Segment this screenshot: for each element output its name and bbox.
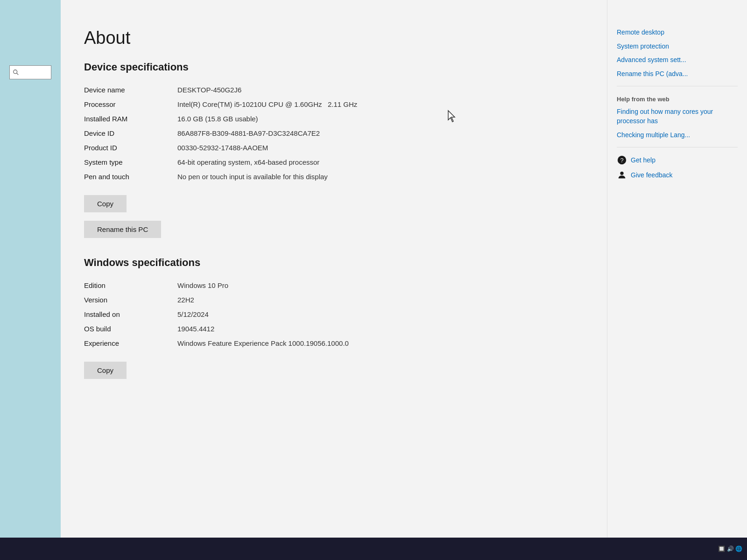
sidebar [0, 0, 61, 560]
search-box[interactable] [9, 65, 51, 79]
spec-value: 64-bit operating system, x64-based proce… [177, 155, 504, 169]
copy-device-specs-button[interactable]: Copy [84, 195, 127, 212]
spec-label: Installed RAM [84, 112, 177, 126]
spec-value: Windows 10 Pro [177, 278, 504, 293]
spec-label: OS build [84, 322, 177, 336]
spec-label: Device ID [84, 126, 177, 140]
spec-label: Installed on [84, 307, 177, 322]
main-content: About Device specifications Device name … [61, 0, 607, 560]
remote-desktop-link[interactable]: Remote desktop [617, 28, 738, 37]
get-help-icon: ? [617, 155, 627, 165]
checking-lang-link[interactable]: Checking multiple Lang... [617, 131, 738, 140]
right-divider-1 [617, 86, 738, 86]
svg-point-0 [14, 70, 17, 74]
advanced-system-link[interactable]: Advanced system sett... [617, 56, 738, 65]
help-web-title: Help from the web [617, 96, 738, 103]
right-panel: Remote desktop System protection Advance… [607, 0, 747, 560]
give-feedback-icon [617, 170, 627, 180]
taskbar-icons: 🔲 🔊 🌐 [718, 546, 742, 552]
svg-point-5 [620, 172, 623, 175]
spec-label: Device name [84, 83, 177, 97]
spec-value: 22H2 [177, 293, 504, 307]
right-divider-2 [617, 147, 738, 147]
taskbar: 🔲 🔊 🌐 [0, 538, 747, 560]
table-row: Edition Windows 10 Pro [84, 278, 504, 293]
spec-value: 00330-52932-17488-AAOEM [177, 140, 504, 155]
spec-value: DESKTOP-450G2J6 [177, 83, 504, 97]
taskbar-right: 🔲 🔊 🌐 [718, 546, 742, 552]
spec-label: Edition [84, 278, 177, 293]
table-row: Version 22H2 [84, 293, 504, 307]
help-web-section: Help from the web Finding out how many c… [617, 96, 738, 140]
spec-value: 5/12/2024 [177, 307, 504, 322]
spec-value: Windows Feature Experience Pack 1000.190… [177, 336, 504, 350]
table-row: Installed on 5/12/2024 [84, 307, 504, 322]
table-row: Product ID 00330-52932-17488-AAOEM [84, 140, 504, 155]
table-row: Processor Intel(R) Core(TM) i5-10210U CP… [84, 97, 504, 112]
spec-label: Product ID [84, 140, 177, 155]
copy-windows-specs-button[interactable]: Copy [84, 362, 127, 379]
rename-pc-button[interactable]: Rename this PC [84, 221, 161, 238]
table-row: Pen and touch No pen or touch input is a… [84, 169, 504, 184]
table-row: Device name DESKTOP-450G2J6 [84, 83, 504, 97]
page-title: About [84, 28, 584, 48]
get-help-row[interactable]: ? Get help [617, 155, 738, 165]
spec-value: 16.0 GB (15.8 GB usable) [177, 112, 504, 126]
spec-label: System type [84, 155, 177, 169]
device-specs-table: Device name DESKTOP-450G2J6 Processor In… [84, 83, 504, 184]
svg-line-1 [17, 73, 19, 75]
finding-out-link[interactable]: Finding out how many cores yourprocessor… [617, 107, 738, 126]
spec-label: Version [84, 293, 177, 307]
device-specs-title: Device specifications [84, 61, 584, 73]
spec-value: 19045.4412 [177, 322, 504, 336]
rename-pc-advanced-link[interactable]: Rename this PC (adva... [617, 70, 738, 79]
spec-label: Processor [84, 97, 177, 112]
spec-label: Experience [84, 336, 177, 350]
windows-specs-title: Windows specifications [84, 257, 584, 269]
give-feedback-row[interactable]: Give feedback [617, 170, 738, 180]
table-row: System type 64-bit operating system, x64… [84, 155, 504, 169]
table-row: Experience Windows Feature Experience Pa… [84, 336, 504, 350]
related-settings-section: Remote desktop System protection Advance… [617, 28, 738, 78]
spec-label: Pen and touch [84, 169, 177, 184]
search-icon [13, 69, 19, 76]
windows-specs-section: Windows specifications Edition Windows 1… [84, 257, 584, 387]
spec-value: Intel(R) Core(TM) i5-10210U CPU @ 1.60GH… [177, 97, 504, 112]
table-row: OS build 19045.4412 [84, 322, 504, 336]
give-feedback-link[interactable]: Give feedback [631, 171, 673, 179]
table-row: Installed RAM 16.0 GB (15.8 GB usable) [84, 112, 504, 126]
svg-text:?: ? [620, 157, 623, 164]
windows-specs-table: Edition Windows 10 Pro Version 22H2 Inst… [84, 278, 504, 350]
system-protection-link[interactable]: System protection [617, 42, 738, 51]
spec-value: No pen or touch input is available for t… [177, 169, 504, 184]
table-row: Device ID 86A887F8-B309-4881-BA97-D3C324… [84, 126, 504, 140]
get-help-link[interactable]: Get help [631, 156, 655, 164]
spec-value: 86A887F8-B309-4881-BA97-D3C3248CA7E2 [177, 126, 504, 140]
